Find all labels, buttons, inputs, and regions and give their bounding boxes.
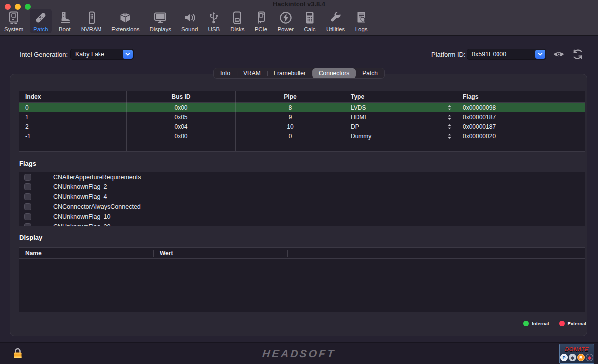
cell-flags: 0x00000187: [457, 114, 585, 121]
toolbar-item-label: Logs: [355, 26, 368, 32]
cell-busid: 0x00: [126, 133, 235, 140]
tab[interactable]: Connectors: [312, 68, 356, 78]
refresh-icon[interactable]: [571, 47, 585, 61]
column-separator: [154, 259, 154, 312]
cell-pipe: 9: [235, 114, 345, 121]
legend-internal-label: Internal: [532, 321, 549, 326]
toolbar-item-label: Power: [277, 26, 294, 32]
column-header-type[interactable]: Type: [345, 93, 457, 100]
paypal-coin: P: [560, 354, 568, 361]
headsoft-logo: HEADSOFT: [0, 348, 598, 360]
cell-pipe: 0: [235, 133, 345, 140]
toolbar-item[interactable]: Logs: [351, 9, 371, 33]
displays-icon: [154, 11, 167, 25]
tab-label: VRAM: [243, 70, 261, 77]
column-header-pipe[interactable]: Pipe: [235, 93, 345, 100]
legend-external-label: External: [568, 321, 587, 326]
display-section-title: Display: [19, 234, 42, 241]
toolbar-item[interactable]: USB: [204, 9, 224, 33]
stepper-icon[interactable]: [447, 133, 452, 139]
toolbar-item-label: Patch: [33, 26, 48, 32]
intel-generation-select[interactable]: Kaby Lake: [70, 49, 134, 60]
stepper-icon[interactable]: [447, 124, 452, 130]
table-row[interactable]: 0 0x00 8 LVDS 0x00000098: [19, 103, 585, 112]
tab[interactable]: Info: [214, 68, 237, 78]
list-item[interactable]: CNUnknownFlag_10: [19, 212, 585, 222]
table-row[interactable]: 1 0x05 9 HDMI 0x00000187: [19, 112, 585, 122]
column-header-wert[interactable]: Wert: [154, 250, 288, 257]
calc-icon: [303, 11, 316, 25]
toolbar-item[interactable]: Power: [274, 9, 297, 33]
toolbar-item[interactable]: Sound: [178, 9, 201, 33]
toolbar-item[interactable]: NVRAM: [78, 9, 105, 33]
flag-checkbox[interactable]: [24, 183, 31, 190]
toolbar-item[interactable]: Extensions: [108, 9, 143, 33]
patch-icon: [34, 11, 47, 25]
table-row[interactable]: -1 0x00 0 Dummy 0x00000020: [19, 131, 585, 141]
bitcoin-coin: B: [577, 354, 585, 361]
cell-flags: 0x00000187: [457, 123, 585, 130]
footer: HEADSOFT DONATE P◆B◆: [0, 342, 598, 364]
toolbar-item[interactable]: Boot: [55, 9, 75, 33]
titlebar: Hackintool v3.8.4 System Patch Boot NVRA…: [0, 0, 598, 36]
ethereum-coin: ◆: [569, 354, 576, 361]
toolbar-item[interactable]: Displays: [146, 9, 175, 33]
list-item[interactable]: CNConnectorAlwaysConnected: [19, 202, 585, 212]
list-item[interactable]: CNAlterAppertureRequirements: [19, 172, 585, 182]
system-icon: [8, 11, 20, 25]
donate-button[interactable]: DONATE P◆B◆: [559, 344, 594, 364]
toolbar-item-label: Calc: [304, 26, 316, 32]
platform-id-select[interactable]: 0x591E0000: [467, 49, 546, 60]
flag-checkbox[interactable]: [24, 174, 31, 181]
column-header-index[interactable]: Index: [19, 93, 126, 100]
toolbar-item[interactable]: Patch: [30, 9, 51, 33]
toolbar-item-label: Displays: [150, 26, 171, 32]
toolbar-item[interactable]: Disks: [227, 9, 248, 33]
hackintool-window: Hackintool v3.8.4 System Patch Boot NVRA…: [0, 0, 598, 364]
disks-icon: [231, 11, 244, 25]
column-header-busid[interactable]: Bus ID: [126, 93, 235, 100]
toolbar-item[interactable]: Utilities: [323, 9, 348, 33]
tab[interactable]: Framebuffer: [267, 68, 312, 78]
eye-icon[interactable]: [552, 50, 565, 59]
tab[interactable]: Patch: [356, 68, 384, 78]
cell-type-dropdown[interactable]: DP: [345, 123, 457, 130]
cell-index: 0: [19, 104, 126, 111]
flame-coin: ◆: [586, 354, 593, 361]
list-item[interactable]: CNUnknownFlag_20: [19, 222, 585, 226]
legend-external: External: [559, 321, 587, 326]
tab[interactable]: VRAM: [237, 68, 267, 78]
stepper-icon[interactable]: [447, 105, 452, 111]
flag-checkbox[interactable]: [24, 213, 31, 220]
cell-type-dropdown[interactable]: Dummy: [345, 133, 457, 140]
utilities-icon: [329, 11, 342, 25]
stepper-icon[interactable]: [447, 114, 452, 120]
flags-list: CNAlterAppertureRequirements CNUnknownFl…: [19, 172, 585, 226]
cell-type-dropdown[interactable]: LVDS: [345, 104, 457, 111]
toolbar-item-label: NVRAM: [81, 26, 102, 32]
legend-internal: Internal: [523, 321, 549, 326]
display-table: Name Wert: [19, 247, 585, 312]
extensions-icon: [119, 11, 132, 25]
chevron-down-icon: [535, 50, 545, 59]
connectors-table-header: Index Bus ID Pipe Type Flags: [19, 91, 585, 103]
tab-label: Info: [220, 70, 230, 77]
toolbar-item[interactable]: PCIe: [251, 9, 271, 33]
column-header-name[interactable]: Name: [19, 250, 154, 257]
donate-label: DONATE: [565, 346, 588, 353]
toolbar-item[interactable]: Calc: [300, 9, 320, 33]
column-header-flags[interactable]: Flags: [457, 93, 585, 100]
toolbar-item[interactable]: System: [1, 9, 27, 33]
internal-dot-icon: [523, 321, 529, 326]
table-row[interactable]: 2 0x04 10 DP 0x00000187: [19, 122, 585, 131]
cell-type-dropdown[interactable]: HDMI: [345, 114, 457, 121]
flag-checkbox[interactable]: [24, 223, 31, 226]
list-item[interactable]: CNUnknownFlag_2: [19, 182, 585, 192]
connector-legend: Internal External: [523, 321, 586, 326]
flag-checkbox[interactable]: [24, 193, 31, 200]
toolbar: System Patch Boot NVRAM Extensions Displ…: [1, 9, 371, 33]
list-item[interactable]: CNUnknownFlag_4: [19, 192, 585, 202]
power-icon: [279, 11, 292, 25]
flag-label: CNAlterAppertureRequirements: [53, 174, 141, 181]
flag-checkbox[interactable]: [24, 203, 31, 210]
